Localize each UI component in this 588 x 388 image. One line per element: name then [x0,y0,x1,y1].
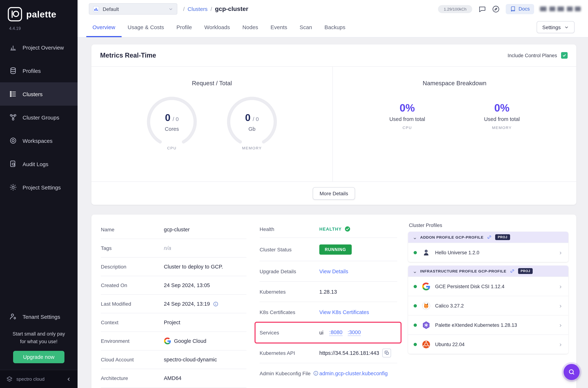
settings-button-label: Settings [542,24,561,30]
info-value: spectro-cloud-dynamic [164,357,217,363]
more-details-button[interactable]: More Details [313,187,355,199]
cluster-details-card: Name gcp-cluster Tags n/a Description Cl… [91,215,576,388]
request-total-title: Request / Total [192,80,232,87]
tab-workloads[interactable]: Workloads [198,18,236,37]
settings-button[interactable]: Settings [537,21,575,33]
sidebar-item-workspaces[interactable]: Workspaces [0,129,78,152]
upgrade-promo: Start small and only pay for what you us… [0,330,78,346]
sidebar-item-cluster-groups[interactable]: Cluster Groups [0,106,78,129]
project-selector[interactable]: Default [89,3,177,15]
status-label-text: Admin Kubeconfig File [260,370,311,376]
gauge-number: 0 [165,112,170,123]
tab-overview[interactable]: Overview [86,18,121,37]
info-value: 24 Sep 2024, 13:19 [164,301,218,307]
service-port-8080-link[interactable]: :8080 [329,329,343,336]
page-content: Metrics Real-Time Include Control Planes… [78,38,588,388]
check-icon [562,53,566,58]
app-root: palette 4.4.19 Project Overview Profiles [0,0,588,388]
profile-item-palette-extended-kubernetes[interactable]: Palette eXtended Kubernetes 1.28.13 [408,315,568,335]
profile-item-calico[interactable]: Calico 3.27.2 [408,296,568,315]
sidebar-item-label: Audit Logs [23,161,48,167]
chevron-down-icon [413,269,417,273]
health-status: HEALTHY [319,226,351,232]
sidebar-item-project-settings[interactable]: Project Settings [0,176,78,199]
copy-icon[interactable] [383,348,391,357]
status-dot [414,251,417,254]
info-value-text: Google Cloud [174,338,206,344]
breadcrumb-clusters-link[interactable]: Clusters [187,6,207,12]
info-label: Architecture [101,375,164,381]
info-label: Environment [101,338,164,344]
tab-backups[interactable]: Backups [318,18,352,37]
brand-logo: palette [0,0,78,22]
running-status-badge[interactable]: RUNNING [319,244,352,254]
chat-icon[interactable] [478,5,486,13]
cpu-gauge: 0 / 0 Cores CPU [143,96,200,151]
breadcrumb-separator: / [210,6,212,12]
addon-profile-header[interactable]: ADDON PROFILE GCP-PROFILE PROJ [408,232,568,243]
sidebar-item-tenant-settings[interactable]: Tenant Settings [0,305,78,328]
kubernetes-version: 1.28.13 [319,289,337,294]
ubuntu-icon [422,340,430,348]
tab-scan[interactable]: Scan [294,18,318,37]
info-label: Context [101,319,164,325]
tab-usage-costs[interactable]: Usage & Costs [121,18,170,37]
chevron-right-icon [558,342,563,347]
docs-button[interactable]: Docs [506,4,534,14]
sidebar-footer: spectro cloud [0,370,78,388]
profile-item-name: Hello Universe 1.2.0 [435,250,479,255]
tab-profile[interactable]: Profile [170,18,198,37]
infrastructure-profile-header[interactable]: INFRASTRUCTURE PROFILE GCP-PROFILE PROJ [408,266,568,276]
sidebar-item-clusters[interactable]: Clusters [0,82,78,106]
link-icon[interactable] [510,268,515,274]
help-compass-icon[interactable] [492,5,500,13]
include-control-planes-checkbox[interactable] [561,52,568,59]
sidebar-item-project-overview[interactable]: Project Overview [0,36,78,59]
info-value: 24 Sep 2024, 13:05 [164,282,210,288]
search-fab-button[interactable] [564,364,580,380]
gauge-number: 0 [245,112,250,123]
spectro-cloud-logo-icon [6,375,13,383]
info-icon[interactable] [213,301,218,307]
user-gear-icon [9,313,17,321]
view-k8s-certificates-link[interactable]: View K8s Certificates [319,309,369,315]
tab-bar: Overview Usage & Costs Profile Workloads… [78,18,588,37]
metrics-card-body: Request / Total 0 / 0 Cores [91,67,576,181]
google-cloud-icon [164,337,171,345]
service-name: ui [319,330,323,335]
tab-events[interactable]: Events [264,18,294,37]
gauge-total: / 0 [173,116,179,122]
status-row-services: Services ui :8080 :3000 [260,322,397,343]
memory-gauge: 0 / 0 Gb MEMORY [224,96,280,151]
profile-item-ubuntu[interactable]: Ubuntu 22.04 [408,335,568,354]
status-row-kubernetes: Kubernetes 1.28.13 [260,282,397,302]
sidebar-item-label: Workspaces [23,138,53,144]
status-row-kubeconfig: Admin Kubeconfig File admin.gcp-cluster.… [260,363,397,384]
sidebar-collapse-icon[interactable] [66,376,72,382]
namespace-stats-row: 0% Used from total CPU 0% Used from tota… [380,102,529,130]
service-port-3000-link[interactable]: :3000 [347,329,361,336]
project-chart-icon [93,6,99,12]
tab-nodes[interactable]: Nodes [236,18,264,37]
stat-caption: Used from total [380,116,434,122]
gauge-total: / 0 [253,116,259,122]
namespace-breakdown-panel: Namespace Breakdown 0% Used from total C… [333,67,576,181]
profile-item-hello-universe[interactable]: Hello Universe 1.2.0 [408,243,568,262]
header-actions: 1.29/100kCh Docs [438,4,581,14]
chevron-down-icon [413,235,417,239]
user-account-redacted[interactable] [540,7,581,11]
status-row-kubernetes-api: Kubernetes API https://34.54.126.181:443 [260,343,397,363]
profile-item-gce-disk[interactable]: GCE Persistent Disk CSI 1.12.4 [408,276,568,296]
gear-icon [9,183,17,191]
info-icon[interactable] [313,370,318,376]
breadcrumb-separator: / [183,6,185,12]
status-dot [414,304,417,307]
sidebar-item-audit-logs[interactable]: Audit Logs [0,152,78,176]
info-value: Project [164,319,180,325]
view-details-link[interactable]: View Details [319,268,348,274]
sidebar-item-profiles[interactable]: Profiles [0,59,78,82]
link-icon[interactable] [487,235,492,240]
brand-name: palette [26,9,56,20]
upgrade-now-button[interactable]: Upgrade now [13,351,65,363]
kubeconfig-download-link[interactable]: admin.gcp-cluster.kubeconfig [319,370,388,376]
